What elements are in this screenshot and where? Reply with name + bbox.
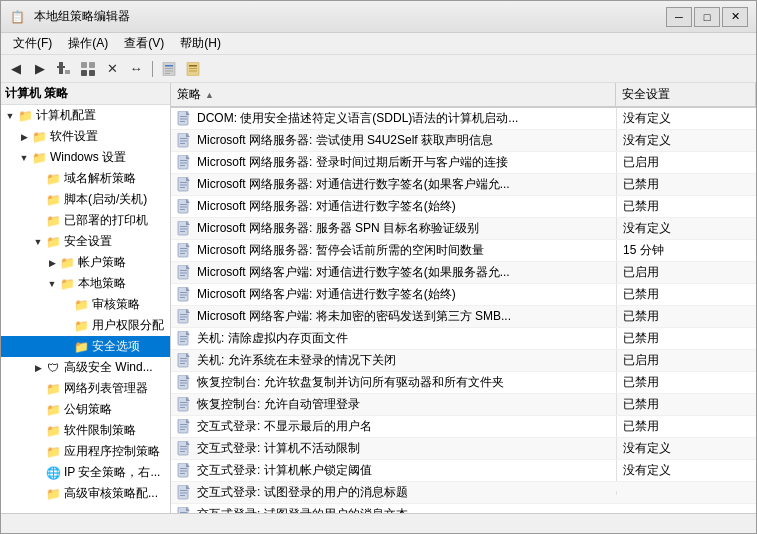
expand-advanced-security[interactable]: ▶ [31,361,45,375]
svg-rect-12 [165,73,170,74]
policy-row[interactable]: Microsoft 网络服务器: 服务器 SPN 目标名称验证级别没有定义 [171,218,756,240]
doc-icon [177,353,191,369]
delete-button[interactable]: ✕ [101,58,123,80]
tree-item-account-policy[interactable]: ▶ 📁 帐户策略 [1,252,170,273]
svg-rect-61 [180,297,185,298]
tree-item-software-restriction[interactable]: ▶ 📁 软件限制策略 [1,420,170,441]
policy-value: 没有定义 [616,108,756,129]
expand-account-policy[interactable]: ▶ [45,256,59,270]
maximize-button[interactable]: □ [694,7,720,27]
policy-row[interactable]: Microsoft 网络客户端: 对通信进行数字签名(如果服务器允...已启用 [171,262,756,284]
policy-row[interactable]: Microsoft 网络服务器: 对通信进行数字签名(如果客户端允...已禁用 [171,174,756,196]
doc-icon [177,397,191,413]
policy-value: 没有定义 [616,218,756,239]
folder-icon-printers: 📁 [45,213,61,229]
view-button[interactable] [77,58,99,80]
tree-item-local-policy[interactable]: ▼ 📁 本地策略 [1,273,170,294]
policy-row[interactable]: 交互式登录: 计算机不活动限制没有定义 [171,438,756,460]
policy-row[interactable]: Microsoft 网络客户端: 将未加密的密码发送到第三方 SMB...已禁用 [171,306,756,328]
tree-item-applocker[interactable]: ▶ 📁 应用程序控制策略 [1,441,170,462]
doc-icon [177,243,191,259]
folder-icon-audit-policy: 📁 [73,297,89,313]
tree-item-dns-policy[interactable]: ▶ 📁 域名解析策略 [1,168,170,189]
tree-label-applocker: 应用程序控制策略 [64,443,160,460]
col-policy-label: 策略 [177,86,201,103]
tree-label-network-list: 网络列表管理器 [64,380,148,397]
policy-row[interactable]: Microsoft 网络客户端: 对通信进行数字签名(始终)已禁用 [171,284,756,306]
tree-item-security-options[interactable]: ▶ 📁 安全选项 [1,336,170,357]
tree-item-advanced-security[interactable]: ▶ 🛡 高级安全 Wind... [1,357,170,378]
tree-item-computer-config[interactable]: ▼ 📁 计算机配置 [1,105,170,126]
expand-computer-config[interactable]: ▼ [3,109,17,123]
policy-row[interactable]: 关机: 清除虚拟内存页面文件已禁用 [171,328,756,350]
tree-item-network-list[interactable]: ▶ 📁 网络列表管理器 [1,378,170,399]
svg-rect-41 [180,209,185,210]
policy-name: DCOM: 使用安全描述符定义语言(SDDL)语法的计算机启动... [193,108,616,129]
tree-item-audit-policy[interactable]: ▶ 📁 审核策略 [1,294,170,315]
left-panel[interactable]: 计算机 策略 ▼ 📁 计算机配置 ▶ 📁 软件设置 ▼ 📁 Windows 设置 [1,83,171,513]
svg-rect-84 [180,402,187,403]
svg-rect-104 [180,490,187,491]
tree-item-advanced-audit[interactable]: ▶ 📁 高级审核策略配... [1,483,170,504]
folder-icon-account-policy: 📁 [59,255,75,271]
tree-label-computer-config: 计算机配置 [36,107,96,124]
tree-item-user-rights[interactable]: ▶ 📁 用户权限分配 [1,315,170,336]
help-button[interactable] [182,58,204,80]
expand-software-settings[interactable]: ▶ [17,130,31,144]
tree-item-security-settings[interactable]: ▼ 📁 安全设置 [1,231,170,252]
tree-item-windows-settings[interactable]: ▼ 📁 Windows 设置 [1,147,170,168]
policy-row[interactable]: 交互式登录: 不显示最后的用户名已禁用 [171,416,756,438]
properties-button[interactable] [158,58,180,80]
tree-item-ipsec[interactable]: ▶ 🌐 IP 安全策略，右... [1,462,170,483]
policy-list[interactable]: DCOM: 使用安全描述符定义语言(SDDL)语法的计算机启动...没有定义 M… [171,108,756,513]
up-button[interactable] [53,58,75,80]
policy-row[interactable]: Microsoft 网络服务器: 暂停会话前所需的空闲时间数量15 分钟 [171,240,756,262]
expand-local-policy[interactable]: ▼ [45,277,59,291]
svg-rect-86 [180,407,185,408]
svg-rect-51 [180,253,185,254]
policy-row[interactable]: 恢复控制台: 允许自动管理登录已禁用 [171,394,756,416]
doc-icon [177,309,191,325]
policy-row[interactable]: Microsoft 网络服务器: 登录时间过期后断开与客户端的连接已启用 [171,152,756,174]
svg-rect-85 [180,404,187,405]
svg-rect-69 [180,336,187,337]
svg-rect-54 [180,270,187,271]
tree-item-public-key[interactable]: ▶ 📁 公钥策略 [1,399,170,420]
folder-icon-software-restriction: 📁 [45,423,61,439]
export-button[interactable]: ↔ [125,58,147,80]
svg-rect-11 [165,70,173,71]
policy-name: 交互式登录: 不显示最后的用户名 [193,416,616,437]
close-button[interactable]: ✕ [722,7,748,27]
doc-icon [177,441,191,457]
svg-rect-14 [189,65,197,67]
svg-rect-30 [180,162,187,163]
expand-windows-settings[interactable]: ▼ [17,151,31,165]
forward-button[interactable]: ▶ [29,58,51,80]
policy-row[interactable]: DCOM: 使用安全描述符定义语言(SDDL)语法的计算机启动...没有定义 [171,108,756,130]
menu-view[interactable]: 查看(V) [116,33,172,54]
back-button[interactable]: ◀ [5,58,27,80]
policy-row[interactable]: 交互式登录: 试图登录的用户的消息标题 [171,482,756,504]
tree-item-software-settings[interactable]: ▶ 📁 软件设置 [1,126,170,147]
policy-row[interactable]: 交互式登录: 计算机帐户锁定阈值没有定义 [171,460,756,482]
tree-item-printers[interactable]: ▶ 📁 已部署的打印机 [1,210,170,231]
expand-security-settings[interactable]: ▼ [31,235,45,249]
svg-rect-65 [180,316,187,317]
menu-help[interactable]: 帮助(H) [172,33,229,54]
col-header-security[interactable]: 安全设置 [616,83,756,106]
policy-row[interactable]: 关机: 允许系统在未登录的情况下关闭已启用 [171,350,756,372]
policy-name: Microsoft 网络客户端: 对通信进行数字签名(如果服务器允... [193,262,616,283]
menu-file[interactable]: 文件(F) [5,33,60,54]
tree-label-software-restriction: 软件限制策略 [64,422,136,439]
policy-row[interactable]: 恢复控制台: 允许软盘复制并访问所有驱动器和所有文件夹已禁用 [171,372,756,394]
menu-action[interactable]: 操作(A) [60,33,116,54]
policy-row[interactable]: Microsoft 网络服务器: 尝试使用 S4U2Self 获取声明信息没有定… [171,130,756,152]
policy-name: 交互式登录: 试图登录的用户的消息文本 [193,504,616,513]
policy-row[interactable]: 交互式登录: 试图登录的用户的消息文本 [171,504,756,513]
tree-item-scripts[interactable]: ▶ 📁 脚本(启动/关机) [1,189,170,210]
svg-rect-44 [180,226,187,227]
minimize-button[interactable]: ─ [666,7,692,27]
policy-row[interactable]: Microsoft 网络服务器: 对通信进行数字签名(始终)已禁用 [171,196,756,218]
col-header-policy[interactable]: 策略 ▲ [171,83,616,106]
folder-icon-local-policy: 📁 [59,276,75,292]
